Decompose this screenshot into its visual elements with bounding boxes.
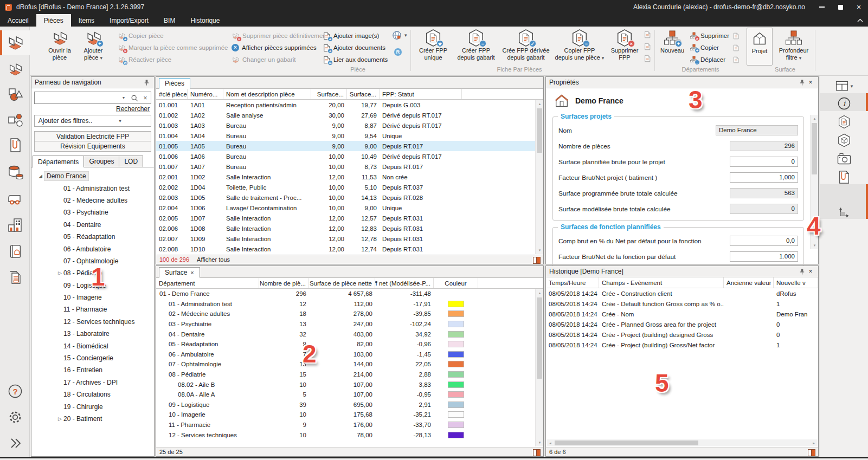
surface-row[interactable]: 06 - Ambulatoire7103,00-1,45 (156, 349, 543, 360)
surface-row[interactable]: 07 - Ophtalmologie13144,0022,05 (156, 359, 543, 370)
tree-item[interactable]: 01 - Administration test (31, 182, 154, 194)
delete-department-button[interactable]: × Supprimer (690, 30, 729, 41)
surface-row[interactable]: 09 - Logistique39695,002,91 (156, 400, 543, 410)
tree-item[interactable]: 06 - Ambulatoire (31, 243, 154, 255)
panel-flag-icon[interactable] (533, 449, 540, 455)
color-swatch[interactable] (448, 411, 464, 418)
tab-bim[interactable]: BIM (156, 14, 183, 27)
maximize-button[interactable] (831, 0, 850, 14)
history-row[interactable]: 08/05/2018 14:24Crée - Project (building… (546, 340, 818, 350)
minimize-button[interactable] (813, 0, 831, 14)
delete-room-permanently-button[interactable]: × Supprimer pièce définitivement (232, 30, 328, 41)
sidebar-reports-button[interactable] (0, 265, 30, 290)
tree-root-label[interactable]: Demo France (44, 171, 89, 181)
create-fpp-from-template-button[interactable]: = Créer FPP depuis gabarit (453, 28, 499, 66)
surface-row[interactable]: 08.0A - Aile A5107,00-0,95 (156, 390, 543, 400)
sidebar-catalog-button[interactable] (0, 239, 30, 264)
surface-row[interactable]: 01 - Administration test12112,00-17,91 (156, 299, 543, 309)
close-panel-icon[interactable]: × (806, 268, 815, 275)
saved-filter-revision[interactable]: Révision Equipements (34, 141, 151, 152)
search-link[interactable]: Rechercher (31, 105, 150, 113)
col-couleur[interactable]: Couleur (434, 278, 478, 288)
color-swatch[interactable] (448, 432, 464, 438)
surface-row[interactable]: 08 - Pédiatrie15214,002,88 (156, 370, 543, 380)
color-swatch[interactable] (448, 310, 464, 317)
close-button[interactable]: × (850, 0, 868, 14)
tree-item[interactable]: ▷20 - Batiment (31, 413, 154, 425)
room-row[interactable]: 02.0071D09Salle Interaction12,0012,78Dep… (156, 234, 543, 244)
tab-items[interactable]: Items (71, 14, 102, 27)
scroll-down-icon[interactable]: ▾ (811, 242, 819, 249)
add-filters-dropdown[interactable]: Ajouter des filtres.. ▾ (34, 115, 151, 127)
panel-flag-icon[interactable] (533, 257, 540, 263)
color-swatch[interactable] (448, 331, 464, 338)
saved-filter-validation[interactable]: Validation Electricité FPP (34, 131, 151, 141)
surface-row[interactable]: 02 - Médecine adultes18278,00-39,85 (156, 309, 543, 319)
history-row[interactable]: 08/05/2018 14:24Crée - Planned Gross are… (546, 319, 818, 329)
sidebar-item-connections-button[interactable] (0, 108, 30, 133)
sidebar-documents-button[interactable] (0, 133, 30, 158)
rooms-vertical-scrollbar[interactable]: ▴ ▾ (535, 100, 543, 254)
tab-pieces[interactable]: Pièces (36, 14, 71, 27)
sidebar-rooms-button[interactable] (0, 30, 30, 55)
color-swatch[interactable] (448, 321, 464, 327)
tree-item[interactable]: 12 - Services techniques (31, 316, 154, 328)
tree-item[interactable]: 15 - Conciergerie (31, 352, 154, 364)
add-documents-button[interactable]: + Ajouter documents (323, 42, 385, 53)
sidebar-departments-button[interactable] (0, 213, 30, 238)
tree-root[interactable]: ◢ Demo France (31, 170, 154, 182)
tree-item[interactable]: 16 - Entretien (31, 364, 154, 376)
new-department-button[interactable]: + Nouveau (658, 28, 687, 66)
copy-fpp-button[interactable]: − Copier FPP depuis une pièce ▾ (552, 28, 607, 66)
surface-row[interactable]: 10 - Imagerie10175,68-35,21 (156, 410, 543, 420)
copy-department-button[interactable]: + Copier (690, 42, 719, 53)
add-room-button[interactable]: + Ajouter pièce ▾ (78, 28, 109, 66)
search-icon[interactable] (129, 94, 140, 102)
color-swatch[interactable] (448, 301, 464, 307)
history-row[interactable]: 08/05/2018 14:24Crée - Project (building… (546, 329, 818, 340)
room-row[interactable]: 02.0041D06Lavage/ Decontamination10,009,… (156, 203, 543, 213)
color-swatch[interactable] (448, 361, 464, 367)
tree-expand-icon[interactable]: ▷ (56, 270, 63, 276)
room-row[interactable]: 02.0061D08Salle Interaction12,0012,83Dep… (156, 223, 543, 234)
sidebar-data-button[interactable] (0, 160, 30, 185)
documents-tab-button[interactable] (826, 168, 862, 186)
col-departement[interactable]: Département (156, 278, 259, 288)
pin-icon[interactable] (142, 79, 151, 86)
search-input[interactable] (35, 93, 118, 103)
tree-item[interactable]: 05 - Réadaptation (31, 231, 154, 243)
scroll-down-icon[interactable]: ▾ (536, 247, 544, 254)
surface-vertical-scrollbar[interactable]: ▴ ▾ (535, 289, 543, 446)
tree-item[interactable]: 10 - Imagerie (31, 291, 154, 303)
copy-room-button[interactable]: + Copier pièce (118, 30, 164, 41)
room-row[interactable]: 01.0051A05Bureau9,009,00Depuis RT.017 (156, 141, 543, 151)
scroll-down-icon[interactable]: ▾ (536, 439, 544, 446)
tree-collapse-icon[interactable]: ◢ (37, 173, 44, 179)
sidebar-room-templates-button[interactable] (0, 57, 30, 82)
tab-groupes[interactable]: Groupes (83, 156, 119, 167)
sidebar-logistics-button[interactable] (0, 186, 30, 211)
col-fpp-statut[interactable]: FPP: Statut (380, 89, 462, 99)
tree-item[interactable]: 04 - Dentaire (31, 219, 154, 231)
scroll-up-icon[interactable]: ▴ (536, 100, 544, 108)
history-row[interactable]: 08/05/2018 14:24Crée - NomDemo Fran (546, 309, 818, 319)
fpp-tab-button[interactable] (826, 113, 862, 131)
tree-item[interactable]: 18 - Circulations (31, 388, 154, 400)
sidebar-expand-button[interactable] (0, 431, 30, 456)
col-old-value[interactable]: Ancienne valeur (724, 277, 774, 288)
surface-row[interactable]: 11 - Pharmacie9176,00-33,70 (156, 420, 543, 430)
clear-search-icon[interactable]: × (140, 94, 151, 102)
tree-expand-icon[interactable]: ▷ (56, 416, 63, 422)
info-tab-button[interactable]: i (826, 94, 862, 112)
project-scope-button[interactable]: Projet (747, 28, 773, 66)
tree-item[interactable]: 17 - Archives - DPI (31, 377, 154, 388)
property-input[interactable]: 0 (730, 157, 798, 167)
col-room-name[interactable]: Nom et description pièce (223, 89, 311, 99)
panel-layout-button[interactable]: ▾ (826, 77, 862, 95)
surface-tab-button[interactable] (826, 203, 862, 221)
sidebar-settings-button[interactable] (0, 405, 30, 430)
department-extra-button-3[interactable] (732, 54, 740, 65)
col-room-number[interactable]: Numéro... (188, 89, 223, 99)
fpp-extra-button-3[interactable] (644, 53, 651, 64)
col-room-count[interactable]: Nombre de piè... (259, 278, 309, 288)
